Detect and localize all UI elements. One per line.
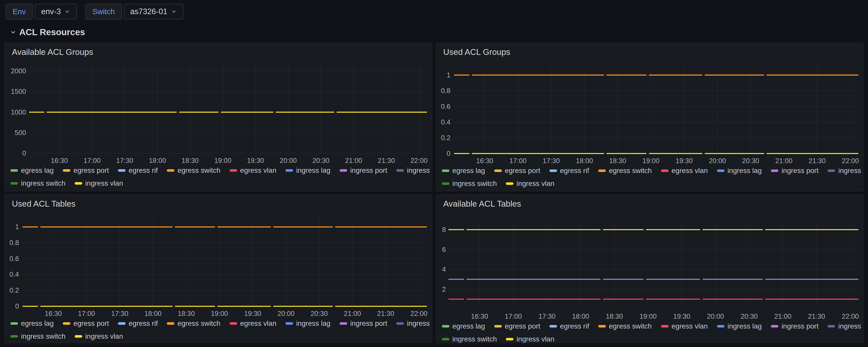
gridlines [454, 66, 858, 154]
legend-item[interactable]: egress lag [442, 167, 485, 175]
legend-item[interactable]: ingress port [340, 166, 387, 175]
legend-item[interactable]: ingress lag [285, 166, 330, 175]
x-axis-tick-label: 21:30 [808, 313, 825, 320]
legend-swatch [10, 169, 18, 172]
legend-swatch [598, 325, 606, 327]
legend-swatch [717, 169, 724, 172]
legend-item[interactable]: egress vlan [229, 166, 276, 175]
y-axis-tick-label: 0 [446, 150, 450, 157]
legend-item[interactable]: ingress port [771, 322, 818, 330]
legend-item[interactable]: egress rif [118, 166, 158, 175]
x-axis-tick-label: 18:30 [182, 157, 199, 164]
legend-item[interactable]: ingress switch [10, 332, 66, 340]
x-axis-tick-label: 17:30 [542, 157, 560, 165]
legend-swatch [494, 325, 502, 327]
legend-item[interactable]: ingress port [771, 167, 818, 175]
legend-item[interactable]: egress switch [598, 322, 652, 330]
legend-label: ingress port [350, 319, 387, 327]
legend-item[interactable]: ingress port [340, 319, 387, 327]
legend-item[interactable]: egress switch [598, 167, 652, 175]
legend-item[interactable]: egress rif [118, 319, 158, 327]
legend-swatch [442, 338, 450, 340]
legend-label: ingress vlan [85, 332, 123, 340]
legend-item[interactable]: egress vlan [229, 319, 276, 327]
legend-item[interactable]: egress vlan [661, 322, 708, 330]
legend-swatch [442, 169, 450, 172]
row-acl-resources[interactable]: ACL Resources [10, 27, 868, 37]
legend-item[interactable]: ingress switch [10, 179, 66, 187]
x-axis-tick-label: 21:00 [774, 313, 791, 320]
legend-item[interactable]: ingress lag [717, 167, 762, 175]
legend-label: ingress switch [453, 180, 497, 188]
panel-used-acl-groups: Used ACL Groups 00.20.40.60.8116:3017:00… [436, 43, 864, 191]
legend-swatch [771, 325, 778, 327]
x-axis-tick-label: 17:00 [84, 157, 101, 164]
legend-item[interactable]: ingress vlan [506, 180, 554, 188]
legend-label: ingress rif [407, 319, 432, 327]
x-axis-tick-label: 16:30 [476, 157, 493, 165]
x-axis-tick-label: 18:30 [606, 313, 623, 320]
x-axis-tick-label: 19:00 [642, 157, 659, 165]
y-axis-tick-label: 0.8 [9, 239, 19, 247]
legend-item[interactable]: ingress switch [442, 335, 497, 343]
y-axis-tick-label: 0 [22, 150, 26, 157]
legend-item[interactable]: egress rif [549, 322, 589, 330]
env-variable-dropdown[interactable]: env-3 [35, 4, 77, 20]
legend-item[interactable]: egress port [494, 167, 540, 175]
x-axis-tick-label: 21:30 [809, 157, 826, 165]
x-axis-tick-label: 20:30 [311, 310, 328, 317]
x-axis-tick-label: 22:00 [842, 313, 859, 320]
y-axis-tick-label: 0.6 [441, 103, 451, 110]
legend-swatch [229, 169, 237, 172]
legend-item[interactable]: ingress vlan [75, 332, 123, 340]
legend-item[interactable]: ingress lag [717, 322, 762, 330]
x-axis-tick-label: 20:00 [707, 313, 724, 320]
legend-item[interactable]: egress port [494, 322, 540, 330]
chevron-down-icon [10, 29, 17, 36]
time-series-plot[interactable]: 246816:3017:0017:3018:0018:3019:0019:302… [436, 195, 863, 343]
legend-swatch [285, 322, 293, 325]
legend-item[interactable]: egress port [63, 166, 109, 175]
legend-item[interactable]: egress port [63, 319, 109, 327]
legend-swatch [167, 169, 174, 172]
legend-swatch [771, 169, 778, 172]
legend-item[interactable]: egress lag [10, 319, 54, 327]
legend-item[interactable]: egress lag [442, 322, 485, 330]
legend: egress lagegress portegress rifegress sw… [10, 319, 429, 343]
x-axis-tick-label: 20:30 [742, 157, 759, 165]
legend-label: egress lag [453, 322, 485, 330]
legend-item[interactable]: egress rif [549, 167, 589, 175]
legend-item[interactable]: ingress switch [442, 180, 497, 188]
legend-item[interactable]: egress vlan [661, 167, 708, 175]
x-axis-tick-label: 19:00 [211, 310, 228, 317]
x-axis-tick-label: 19:00 [214, 157, 231, 164]
legend-item[interactable]: egress lag [10, 166, 54, 175]
legend-item[interactable]: egress switch [167, 166, 220, 175]
legend-label: ingress switch [21, 332, 66, 340]
legend-item[interactable]: ingress vlan [506, 335, 554, 343]
legend-item[interactable]: ingress lag [285, 319, 330, 327]
y-axis-tick-label: 1000 [11, 108, 26, 116]
legend-swatch [396, 169, 404, 172]
legend-swatch [75, 335, 82, 338]
legend-item[interactable]: ingress vlan [75, 179, 123, 187]
legend-item[interactable]: egress switch [167, 319, 220, 327]
legend-item[interactable]: ingress rif [828, 167, 863, 175]
legend-swatch [118, 169, 126, 172]
legend-item[interactable]: ingress rif [396, 319, 432, 327]
legend-item[interactable]: ingress rif [396, 166, 432, 175]
legend-item[interactable]: ingress rif [828, 322, 863, 330]
legend: egress lagegress portegress rifegress sw… [442, 167, 861, 191]
panel-available-acl-tables: Available ACL Tables 246816:3017:0017:30… [436, 194, 864, 343]
section-title: ACL Resources [19, 27, 85, 37]
legend-swatch [63, 169, 70, 172]
env-variable-label: Env [6, 4, 33, 20]
legend-label: egress vlan [672, 322, 708, 330]
legend-label: egress lag [21, 319, 54, 327]
switch-variable-dropdown[interactable]: as7326-01 [124, 4, 184, 20]
x-axis-tick-label: 21:30 [377, 310, 394, 317]
x-axis-tick-label: 21:30 [378, 157, 395, 164]
legend-label: egress vlan [240, 319, 276, 327]
x-axis-tick-label: 20:00 [277, 310, 294, 317]
panel-available-acl-groups: Available ACL Groups 050010001500200016:… [5, 43, 432, 191]
